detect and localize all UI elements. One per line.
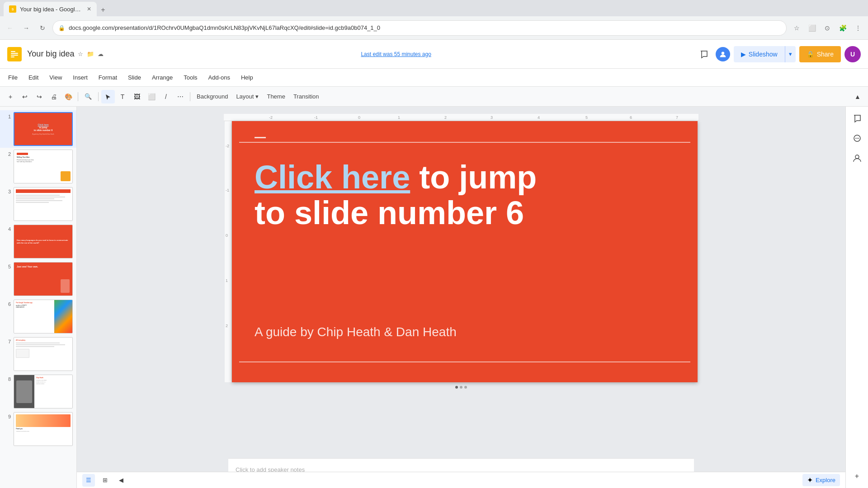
tab-close-button[interactable]: ✕ xyxy=(87,6,91,12)
app-title-area: Your big idea ☆ 📁 ☁ xyxy=(27,49,104,59)
slideshow-button[interactable]: ▶ Slideshow xyxy=(734,46,785,62)
explore-label: Explore xyxy=(816,477,835,483)
slide-item-5[interactable]: 5 Just one! Your own. xyxy=(0,260,76,298)
background-button[interactable]: Background xyxy=(193,90,231,103)
slide-thumb-7: A Exemplary xyxy=(14,337,73,371)
slideshow-button-group: ▶ Slideshow ▾ xyxy=(734,46,796,62)
slide-number-9: 9 xyxy=(4,412,11,419)
grid-view-button[interactable]: ⊞ xyxy=(99,474,111,487)
print-button[interactable]: 🖨 xyxy=(47,90,61,103)
menu-insert[interactable]: Insert xyxy=(68,72,92,83)
slide-dots xyxy=(455,386,467,389)
extensions-button[interactable]: 🧩 xyxy=(836,22,849,34)
insert-button[interactable]: + xyxy=(4,90,17,103)
slide-item-6[interactable]: 6 The Google Translate app speaks in NIN… xyxy=(0,298,76,335)
line-tool[interactable]: / xyxy=(159,90,173,103)
image-tool[interactable]: 🖼 xyxy=(130,90,144,103)
comments-side-button[interactable] xyxy=(849,110,865,127)
collapse-button[interactable]: ▲ xyxy=(851,90,864,103)
transition-button[interactable]: Transition xyxy=(290,90,323,103)
back-button[interactable]: ← xyxy=(4,22,16,34)
more-tools[interactable]: ⋯ xyxy=(174,90,187,103)
menu-file[interactable]: File xyxy=(4,72,22,83)
slide-item-8[interactable]: 8 Chip Heath Professor and authorknown f… xyxy=(0,373,76,410)
paint-format-button[interactable]: 🎨 xyxy=(61,90,75,103)
tab-favicon: S xyxy=(9,5,16,13)
chat-side-button[interactable] xyxy=(849,130,865,146)
collapse-panel-button[interactable]: ◀ xyxy=(115,474,127,487)
slide-bottom-line xyxy=(239,361,690,362)
collab-avatar-1[interactable] xyxy=(716,47,730,61)
separator-3 xyxy=(190,92,190,101)
share-button[interactable]: 🔒 Share xyxy=(799,46,841,62)
redo-button[interactable]: ↪ xyxy=(33,90,46,103)
text-tool[interactable]: T xyxy=(116,90,129,103)
slide-item-3[interactable]: 3 xyxy=(0,185,76,223)
user-avatar[interactable]: U xyxy=(844,46,861,62)
slide-item-7[interactable]: 7 A Exemplary xyxy=(0,335,76,373)
transition-label: Transition xyxy=(293,93,319,100)
tab-title: Your big idea - Google Slides xyxy=(20,6,83,13)
explore-button[interactable]: ✦ Explore xyxy=(802,474,840,486)
slide-item-4[interactable]: 4 How many languages do you need to know… xyxy=(0,223,76,260)
profile-button[interactable]: ⊙ xyxy=(821,22,834,34)
menu-view[interactable]: View xyxy=(45,72,66,83)
layout-label: Layout xyxy=(236,93,254,100)
slide-thumb-1: Click here to jumpto slide number 6 A gu… xyxy=(14,112,73,146)
slide-item-1[interactable]: 1 Click here to jumpto slide number 6 A … xyxy=(0,110,76,148)
new-tab-button[interactable]: + xyxy=(97,4,109,16)
app-title[interactable]: Your big idea xyxy=(27,49,74,59)
svg-point-7 xyxy=(722,52,724,54)
slide-item-9[interactable]: 9 Thank you Additional information here xyxy=(0,410,76,448)
cursor-tool[interactable] xyxy=(101,90,115,103)
tab-bar: S Your big idea - Google Slides ✕ + xyxy=(0,0,868,16)
main-layout: 1 Click here to jumpto slide number 6 A … xyxy=(0,107,868,488)
menu-format[interactable]: Format xyxy=(94,72,122,83)
slide-thumb-5: Just one! Your own. xyxy=(14,262,73,296)
folder-icon[interactable]: 📁 xyxy=(87,51,94,57)
svg-rect-6 xyxy=(11,56,14,57)
browser-actions: ☆ ⬜ ⊙ 🧩 ⋮ xyxy=(790,22,864,34)
last-edit-link[interactable]: Last edit was 55 minutes ago xyxy=(361,51,431,57)
slide-number-3: 3 xyxy=(4,187,11,194)
layout-button[interactable]: Layout ▾ xyxy=(232,90,262,103)
canvas-area: -2 -1 0 1 2 3 4 5 6 7 -2 -1 0 1 2 xyxy=(77,107,845,488)
svg-rect-4 xyxy=(11,53,18,54)
slide-link-text[interactable]: Click here xyxy=(255,159,410,195)
slide-heading: Click here to jumpto slide number 6 xyxy=(255,160,684,231)
undo-button[interactable]: ↩ xyxy=(18,90,32,103)
menu-addons[interactable]: Add-ons xyxy=(204,72,235,83)
theme-button[interactable]: Theme xyxy=(263,90,288,103)
slide-dot-1 xyxy=(455,386,458,389)
star-icon[interactable]: ☆ xyxy=(78,51,83,57)
menu-tools[interactable]: Tools xyxy=(179,72,202,83)
slide-main-text[interactable]: Click here to jumpto slide number 6 xyxy=(255,160,684,231)
shapes-tool[interactable]: ⬜ xyxy=(145,90,158,103)
menu-help[interactable]: Help xyxy=(236,72,258,83)
add-side-button[interactable]: + xyxy=(849,468,865,484)
address-bar[interactable]: 🔒 docs.google.com/presentation/d/1ROchrv… xyxy=(52,20,787,36)
cloud-icon[interactable]: ☁ xyxy=(98,51,104,57)
menu-slide[interactable]: Slide xyxy=(123,72,146,83)
svg-point-10 xyxy=(857,138,858,139)
reload-button[interactable]: ↻ xyxy=(36,22,49,34)
svg-rect-2 xyxy=(9,49,20,60)
cast-button[interactable]: ⬜ xyxy=(806,22,818,34)
profile-side-button[interactable] xyxy=(849,150,865,166)
active-tab[interactable]: S Your big idea - Google Slides ✕ xyxy=(4,2,97,16)
list-view-button[interactable]: ☰ xyxy=(82,474,95,487)
menu-button[interactable]: ⋮ xyxy=(852,22,864,34)
separator-1 xyxy=(78,92,78,101)
slide-thumb-3 xyxy=(14,187,73,221)
menu-edit[interactable]: Edit xyxy=(24,72,43,83)
svg-point-11 xyxy=(858,138,859,139)
slide-item-2[interactable]: 2 Selling Your Idea Present text about y… xyxy=(0,148,76,185)
forward-button[interactable]: → xyxy=(20,22,33,34)
slideshow-dropdown-button[interactable]: ▾ xyxy=(785,46,796,62)
slide-panel: 1 Click here to jumpto slide number 6 A … xyxy=(0,107,77,488)
comments-button[interactable] xyxy=(696,46,712,62)
zoom-button[interactable]: 🔍 xyxy=(81,90,95,103)
slide-canvas[interactable]: Click here to jumpto slide number 6 A gu… xyxy=(232,121,698,382)
bookmark-button[interactable]: ☆ xyxy=(790,22,803,34)
menu-arrange[interactable]: Arrange xyxy=(147,72,177,83)
